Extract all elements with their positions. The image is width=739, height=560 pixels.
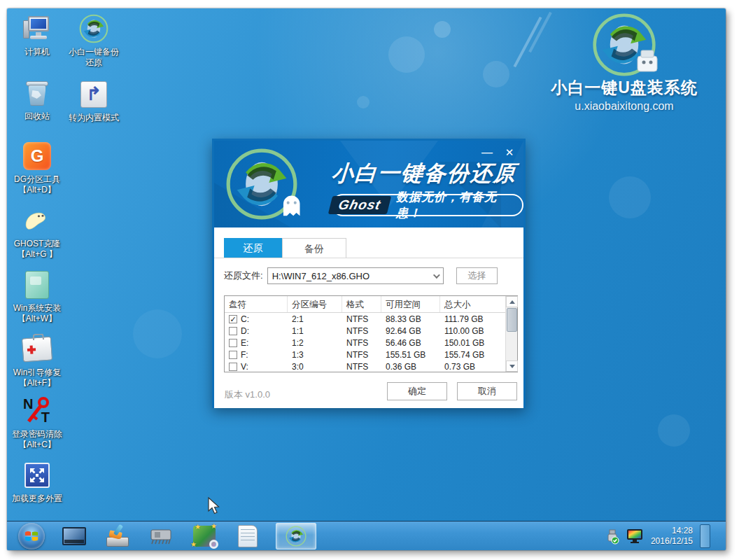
partition-table-header: 盘符 分区编号 格式 可用空间 总大小 (225, 296, 517, 313)
desktop-icon-recycle-bin[interactable]: 回收站 (7, 77, 67, 122)
minimize-button[interactable]: — (479, 145, 495, 160)
cell-total: 150.01 GB (440, 338, 500, 348)
row-checkbox[interactable] (229, 327, 237, 335)
tab-separator (214, 258, 523, 258)
cell-drive: V: (241, 362, 248, 372)
taskbar-clock[interactable]: 14:28 2016/12/15 (651, 526, 693, 547)
table-row[interactable]: F:1:3NTFS155.51 GB155.74 GB (225, 349, 505, 360)
desktop-icon-label: 计算机 (24, 47, 50, 57)
desktop-icon-builtin-mode[interactable]: ↱ 转为内置模式 (60, 78, 127, 123)
cell-format: NTFS (342, 314, 381, 324)
scrollbar-thumb[interactable] (507, 308, 517, 332)
desktop: 计算机 小白一键备份还原 回收站 ↱ 转为内置模式 G DG分区工具【Alt+D… (7, 8, 726, 550)
display-settings-icon[interactable] (626, 528, 644, 545)
desktop-icon-load-more[interactable]: 加载更多外置 (7, 459, 67, 504)
screenshot-page: 计算机 小白一键备份还原 回收站 ↱ 转为内置模式 G DG分区工具【Alt+D… (0, 0, 739, 560)
cell-drive: C: (241, 314, 249, 324)
shortcut-arrow-icon: ↱ (78, 78, 110, 111)
desktop-icon-boot-repair[interactable]: Win引导修复【Alt+F】 (7, 333, 67, 388)
wallpaper-bokeh (133, 309, 182, 358)
wallpaper-bokeh (658, 414, 690, 447)
ghost-chip: Ghost (328, 196, 391, 214)
select-file-button[interactable]: 选择 (456, 267, 498, 284)
desktop-icon-win-setup[interactable]: Win系统安装【Alt+W】 (7, 269, 67, 324)
backup-restore-dialog: 小白一键备份还原 Ghost 数据无价，有备无患！ — ✕ 还原 备份 还原文件… (212, 139, 526, 408)
load-more-icon (21, 459, 53, 491)
image-tool-icon: ★★★ (193, 526, 216, 547)
desktop-icon-label: 加载更多外置 (12, 493, 62, 504)
row-checkbox[interactable] (229, 339, 237, 347)
wallpaper-bokeh (357, 96, 370, 108)
brand-logo-icon (544, 13, 705, 77)
ghost-icon (21, 204, 53, 237)
desktop-icon-password-clear[interactable]: NT 登录密码清除【Alt+C】 (7, 395, 67, 450)
show-desktop-button[interactable] (700, 524, 710, 548)
taskbar-memory-tool-button[interactable] (147, 523, 175, 550)
cell-partition: 1:3 (288, 350, 342, 360)
wallpaper-bokeh (483, 61, 509, 88)
version-label: 版本 v1.0.0 (225, 388, 270, 401)
desktop-icon-label: GHOST克隆 (14, 239, 61, 248)
cancel-button[interactable]: 取消 (457, 382, 517, 400)
dialog-logo (225, 148, 298, 223)
desktop-icon-label: 小白一键备份 (69, 47, 119, 57)
tab-restore[interactable]: 还原 (224, 238, 282, 258)
cell-free: 56.46 GB (381, 338, 440, 348)
start-button[interactable] (18, 523, 45, 550)
cell-total: 111.79 GB (440, 314, 500, 324)
table-row[interactable]: V:3:0NTFS0.36 GB0.73 GB (225, 360, 505, 372)
cell-free: 88.33 GB (381, 314, 440, 324)
tab-backup[interactable]: 备份 (282, 238, 346, 258)
table-row[interactable]: ✓C:2:1NTFS88.33 GB111.79 GB (225, 313, 505, 325)
cell-format: NTFS (342, 326, 381, 336)
cell-format: NTFS (342, 350, 381, 360)
cell-free: 0.36 GB (381, 362, 440, 372)
close-button[interactable]: ✕ (501, 145, 518, 160)
brand-title: 小白一键U盘装系统 (544, 77, 705, 99)
row-checkbox[interactable]: ✓ (229, 315, 237, 323)
cell-partition: 2:1 (288, 314, 342, 324)
notepad-icon (238, 525, 258, 547)
backup-restore-icon (286, 526, 307, 547)
row-checkbox[interactable] (229, 363, 237, 371)
desktop-icon-sublabel: 【Alt+C】 (18, 440, 56, 449)
wallpaper-bokeh (434, 21, 451, 38)
table-row[interactable]: E:1:2NTFS56.46 GB150.01 GB (225, 337, 505, 349)
scroll-down-arrow-icon[interactable] (506, 360, 518, 372)
brand-logo: 小白一键U盘装系统 u.xiaobaixitong.com (544, 13, 705, 113)
table-row[interactable]: D:1:1NTFS92.64 GB110.00 GB (225, 325, 505, 337)
scroll-up-arrow-icon[interactable] (506, 296, 518, 307)
cell-drive: F: (241, 350, 248, 360)
taskbar-notepad-button[interactable] (234, 523, 262, 550)
cell-total: 110.00 GB (440, 326, 500, 336)
taskbar-image-tool-button[interactable]: ★★★ (190, 523, 218, 550)
taskbar-backup-app-button[interactable] (276, 523, 316, 550)
desktop-icon-dg-partition[interactable]: G DG分区工具【Alt+D】 (7, 140, 67, 195)
windows-flag-icon (24, 528, 39, 544)
computer-icon (21, 13, 53, 45)
cell-free: 92.64 GB (381, 326, 440, 336)
column-header-total-size: 总大小 (440, 296, 500, 312)
row-checkbox[interactable] (229, 351, 237, 359)
desktop-icon-backup-restore[interactable]: 小白一键备份还原 (60, 13, 127, 68)
cell-partition: 1:1 (288, 326, 342, 336)
wallpaper-bokeh (388, 36, 425, 73)
desktop-icon-label: DG分区工具 (14, 174, 60, 184)
desktop-icon-computer[interactable]: 计算机 (7, 13, 67, 57)
desktop-icon-label: 登录密码清除 (12, 429, 62, 439)
taskbar-disk-cleanup-button[interactable] (104, 523, 132, 550)
restore-file-combobox[interactable]: H:\WIN7_612_x86.GHO (267, 267, 444, 284)
ok-button[interactable]: 确定 (387, 382, 447, 400)
restore-file-row: 还原文件: H:\WIN7_612_x86.GHO 选择 (224, 267, 518, 284)
usb-device-icon[interactable] (605, 528, 620, 545)
desktop-icon-ghost-clone[interactable]: GHOST克隆【Alt+G 】 (7, 204, 67, 260)
restore-file-label: 还原文件: (224, 270, 263, 282)
partition-table: 盘符 分区编号 格式 可用空间 总大小 ✓C:2:1NTFS88.33 GB11… (224, 295, 518, 372)
partition-table-body: ✓C:2:1NTFS88.33 GB111.79 GBD:1:1NTFS92.6… (225, 313, 505, 372)
recycle-bin-icon (21, 77, 53, 109)
table-scrollbar[interactable] (505, 296, 517, 372)
dialog-body: 还原 备份 还原文件: H:\WIN7_612_x86.GHO 选择 盘符 分区… (214, 227, 523, 408)
cell-drive: E: (241, 338, 248, 348)
slogan-text: 数据无价，有备无患！ (396, 189, 512, 221)
taskbar-screen-capture-button[interactable] (60, 523, 88, 550)
